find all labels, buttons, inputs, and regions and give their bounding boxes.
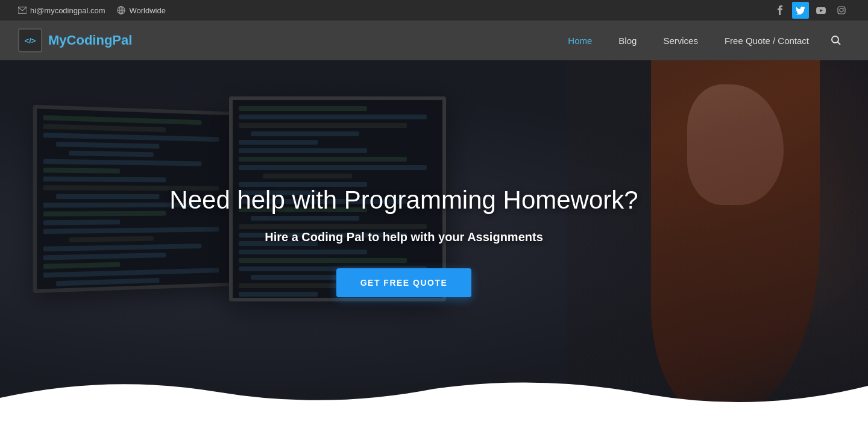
top-bar: hi@mycodingpal.com Worldwide: [0, 0, 868, 20]
svg-line-9: [838, 42, 841, 45]
instagram-icon[interactable]: [833, 2, 850, 19]
hero-subtitle: Hire a Coding Pal to help with your Assi…: [265, 230, 543, 244]
globe-icon: [117, 6, 125, 14]
social-icons: [772, 2, 850, 19]
cta-button[interactable]: GET FREE QUOTE: [336, 268, 472, 297]
email-item: hi@mycodingpal.com: [18, 6, 105, 15]
svg-point-6: [840, 8, 843, 12]
main-nav: Home Blog Services Free Quote / Contact: [555, 20, 822, 60]
hero-wave: [0, 374, 868, 422]
svg-rect-5: [838, 7, 845, 14]
hero-title: Need help with Programming Homework?: [169, 185, 638, 215]
location-item: Worldwide: [117, 6, 165, 15]
logo[interactable]: </> MyCodingPal: [18, 28, 132, 52]
nav-free-quote[interactable]: Free Quote / Contact: [711, 20, 822, 60]
youtube-icon[interactable]: [813, 2, 829, 19]
nav-services[interactable]: Services: [650, 20, 711, 60]
hero-content: Need help with Programming Homework? Hir…: [0, 60, 868, 422]
svg-point-8: [832, 36, 838, 43]
nav-blog[interactable]: Blog: [605, 20, 650, 60]
logo-icon: </>: [18, 28, 42, 52]
location-text: Worldwide: [129, 6, 165, 15]
nav-home[interactable]: Home: [555, 20, 605, 60]
top-bar-left: hi@mycodingpal.com Worldwide: [18, 6, 166, 15]
svg-point-7: [843, 8, 844, 9]
logo-text: MyCodingPal: [48, 33, 132, 48]
header: </> MyCodingPal Home Blog Services Free …: [0, 20, 868, 60]
email-address: hi@mycodingpal.com: [30, 6, 105, 15]
mail-icon: [18, 6, 27, 14]
search-button[interactable]: [822, 20, 850, 60]
hero-section: Need help with Programming Homework? Hir…: [0, 60, 868, 422]
facebook-icon[interactable]: [772, 2, 788, 19]
twitter-icon[interactable]: [792, 2, 809, 19]
